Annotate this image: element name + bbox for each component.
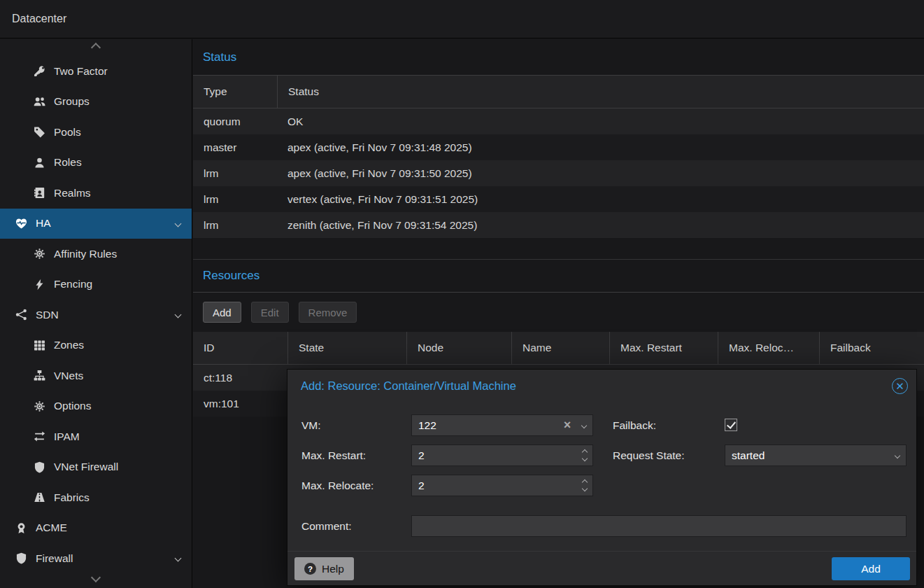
remove-button: Remove <box>299 302 357 323</box>
max-restart-label: Max. Restart: <box>301 444 366 466</box>
cell-type: lrm <box>193 167 277 180</box>
sidebar-item-affinity-rules[interactable]: Affinity Rules <box>0 239 192 270</box>
heartbeat-icon <box>15 218 27 230</box>
column-header-status[interactable]: Status <box>277 76 924 108</box>
user-icon <box>34 157 45 169</box>
help-icon: ? <box>304 563 316 575</box>
spinner-buttons[interactable] <box>577 475 592 496</box>
certificate-icon <box>15 522 27 534</box>
chevron-down-icon[interactable] <box>176 556 186 561</box>
column-header-node[interactable]: Node <box>406 332 511 364</box>
sitemap-icon <box>34 370 45 382</box>
dialog-title: Add: Resource: Container/Virtual Machine <box>301 379 516 393</box>
sidebar-item-roles[interactable]: Roles <box>0 148 192 178</box>
network-icon <box>15 309 27 321</box>
chevron-up-icon <box>91 43 101 52</box>
spinner-up-icon[interactable] <box>582 479 588 485</box>
status-table-header: Type Status <box>193 76 924 108</box>
column-header-max-relocate[interactable]: Max. Reloc… <box>718 332 819 364</box>
sidebar-item-zones[interactable]: Zones <box>0 330 192 361</box>
table-row[interactable]: lrm zenith (active, Fri Nov 7 09:31:54 2… <box>193 212 924 238</box>
chevron-down-icon[interactable] <box>176 221 186 226</box>
chevron-down-icon <box>889 445 906 465</box>
sidebar-item-fabrics[interactable]: Fabrics <box>0 482 192 513</box>
sidebar-item-groups[interactable]: Groups <box>0 87 192 118</box>
add-button[interactable]: Add <box>203 302 241 323</box>
max-restart-input[interactable] <box>412 445 577 465</box>
proxmox-datacenter-screen: Datacenter Two Factor Groups Pools <box>0 0 924 588</box>
edit-button: Edit <box>251 302 289 323</box>
sidebar-item-vnets[interactable]: VNets <box>0 360 192 391</box>
column-header-max-restart[interactable]: Max. Restart <box>609 332 718 364</box>
dialog-add-button-label: Add <box>861 563 881 575</box>
request-state-value: started <box>732 449 765 462</box>
spinner-down-icon[interactable] <box>582 456 588 461</box>
bolt-icon <box>34 279 45 290</box>
sidebar-item-options[interactable]: Options <box>0 391 192 422</box>
comment-field <box>411 515 907 537</box>
sidebar-scroll-up[interactable] <box>0 39 192 56</box>
resources-toolbar: Add Edit Remove <box>193 293 924 332</box>
column-header-state[interactable]: State <box>287 332 406 364</box>
cell-status: zenith (active, Fri Nov 7 09:31:54 2025) <box>277 219 924 232</box>
max-restart-spinner <box>411 444 593 466</box>
status-panel: Status Type Status quorum OK master apex… <box>193 39 924 238</box>
vm-label: VM: <box>301 414 321 436</box>
resources-table-header: ID State Node Name Max. Restart Max. Rel… <box>193 332 924 365</box>
help-button[interactable]: ? Help <box>294 557 354 580</box>
sidebar: Two Factor Groups Pools Roles Realms <box>0 39 192 588</box>
failback-label: Failback: <box>613 414 656 436</box>
vm-input[interactable] <box>412 415 559 435</box>
users-icon <box>34 96 45 108</box>
max-relocate-input[interactable] <box>412 475 577 496</box>
sidebar-item-realms[interactable]: Realms <box>0 178 192 209</box>
clear-icon[interactable]: × <box>559 415 576 435</box>
sidebar-item-sdn[interactable]: SDN <box>0 300 192 330</box>
topbar: Datacenter <box>0 0 924 38</box>
road-icon <box>34 491 45 503</box>
spinner-down-icon[interactable] <box>582 486 588 491</box>
comment-label: Comment: <box>301 515 352 537</box>
sidebar-item-label: Realms <box>54 187 91 200</box>
sidebar-scroll-down[interactable] <box>0 567 191 588</box>
close-icon[interactable]: ✕ <box>892 378 908 394</box>
dialog-titlebar[interactable]: Add: Resource: Container/Virtual Machine… <box>287 370 916 402</box>
column-header-type[interactable]: Type <box>193 76 277 108</box>
sidebar-item-label: Groups <box>54 95 90 108</box>
column-header-name[interactable]: Name <box>511 332 609 364</box>
column-header-failback[interactable]: Failback <box>819 332 924 364</box>
sidebar-item-fencing[interactable]: Fencing <box>0 270 192 300</box>
sidebar-item-label: Fencing <box>54 278 92 290</box>
sidebar-item-label: VNets <box>54 370 83 382</box>
cell-type: quorum <box>193 115 277 128</box>
failback-checkbox[interactable] <box>725 419 737 431</box>
chevron-down-icon[interactable] <box>176 312 186 317</box>
sidebar-item-label: Options <box>54 400 91 412</box>
sidebar-item-two-factor[interactable]: Two Factor <box>0 56 192 87</box>
table-row[interactable]: master apex (active, Fri Nov 7 09:31:48 … <box>193 134 924 160</box>
cell-type: lrm <box>193 193 277 206</box>
column-header-id[interactable]: ID <box>193 332 287 364</box>
exchange-icon <box>34 430 45 442</box>
table-row[interactable]: quorum OK <box>193 108 924 134</box>
table-row[interactable]: lrm apex (active, Fri Nov 7 09:31:50 202… <box>193 160 924 186</box>
max-relocate-label: Max. Relocate: <box>301 475 374 496</box>
sidebar-item-ipam[interactable]: IPAM <box>0 421 192 452</box>
gear-icon <box>34 400 45 412</box>
sidebar-item-ha[interactable]: HA <box>0 209 192 239</box>
comment-input[interactable] <box>412 516 906 536</box>
request-state-select[interactable]: started <box>725 444 907 466</box>
sidebar-item-vnet-firewall[interactable]: VNet Firewall <box>0 452 192 483</box>
chevron-down-icon[interactable] <box>576 415 592 435</box>
page-title: Datacenter <box>12 13 66 25</box>
status-panel-title: Status <box>193 39 924 76</box>
dialog-add-button[interactable]: Add <box>832 557 910 580</box>
cell-status: apex (active, Fri Nov 7 09:31:50 2025) <box>277 167 924 180</box>
sidebar-item-pools[interactable]: Pools <box>0 117 192 148</box>
spinner-buttons[interactable] <box>577 445 592 465</box>
sidebar-item-acme[interactable]: ACME <box>0 513 192 544</box>
spinner-up-icon[interactable] <box>582 449 588 455</box>
sidebar-item-label: Firewall <box>36 552 73 565</box>
request-state-label: Request State: <box>613 444 685 466</box>
table-row[interactable]: lrm vertex (active, Fri Nov 7 09:31:51 2… <box>193 186 924 212</box>
